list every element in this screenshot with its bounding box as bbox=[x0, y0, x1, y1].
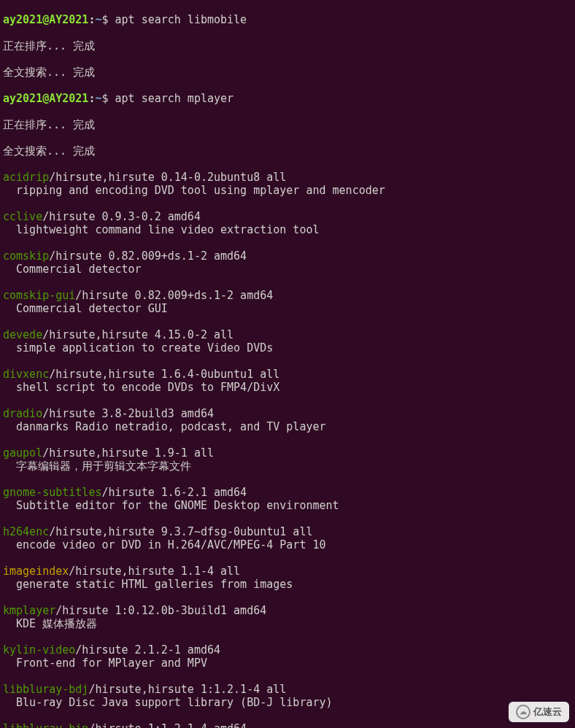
package-name: devede bbox=[3, 328, 42, 341]
blank-line bbox=[3, 551, 572, 565]
prompt-line-2: ay2021@AY2021:~$ apt search mplayer bbox=[3, 92, 572, 105]
status-sorting-1: 正在排序... 完成 bbox=[3, 39, 572, 53]
command-2: apt search mplayer bbox=[109, 92, 234, 105]
package-info: /hirsute 0.9.3-0.2 amd64 bbox=[42, 210, 201, 223]
blank-line bbox=[3, 394, 572, 407]
package-header: cclive/hirsute 0.9.3-0.2 amd64 bbox=[3, 210, 572, 223]
package-description: KDE 媒体播放器 bbox=[3, 617, 572, 630]
package-description: generate static HTML galleries from imag… bbox=[3, 578, 572, 591]
package-name: kylin-video bbox=[3, 643, 75, 657]
blank-line bbox=[3, 315, 572, 328]
status-fulltext-2: 全文搜索... 完成 bbox=[3, 144, 572, 158]
watermark: ☁ 亿速云 bbox=[509, 702, 569, 722]
blank-line bbox=[3, 670, 572, 683]
blank-line bbox=[3, 709, 572, 722]
package-info: /hirsute 1.6-2.1 amd64 bbox=[101, 486, 247, 499]
terminal-output[interactable]: ay2021@AY2021:~$ apt search libmobile 正在… bbox=[0, 0, 575, 728]
package-description: shell script to encode DVDs to FMP4/DivX bbox=[3, 381, 572, 394]
package-name: h264enc bbox=[3, 525, 49, 538]
package-name: acidrip bbox=[3, 171, 49, 184]
package-description: lightweight command line video extractio… bbox=[3, 223, 572, 236]
package-info: /hirsute 1:0.12.0b-3build1 amd64 bbox=[55, 604, 266, 617]
package-name: gaupol bbox=[3, 446, 42, 460]
command-1: apt search libmobile bbox=[109, 13, 247, 26]
package-name: cclive bbox=[3, 210, 42, 223]
dollar: $ bbox=[101, 13, 108, 26]
blank-line bbox=[3, 473, 572, 486]
package-description: Subtitle editor for the GNOME Desktop en… bbox=[3, 499, 572, 512]
package-list: acidrip/hirsute,hirsute 0.14-0.2ubuntu8 … bbox=[3, 171, 572, 728]
blank-line bbox=[3, 433, 572, 446]
package-name: comskip-gui bbox=[3, 289, 75, 302]
package-header: libbluray-bin/hirsute 1:1.2.1-4 amd64 bbox=[3, 722, 572, 728]
package-header: dradio/hirsute 3.8-2build3 amd64 bbox=[3, 407, 572, 420]
package-description: ripping and encoding DVD tool using mpla… bbox=[3, 184, 572, 197]
package-description: simple application to create Video DVDs bbox=[3, 341, 572, 355]
user-host: ay2021@AY2021 bbox=[3, 92, 88, 105]
package-header: imageindex/hirsute,hirsute 1.1-4 all bbox=[3, 565, 572, 578]
package-description: encode video or DVD in H.264/AVC/MPEG-4 … bbox=[3, 538, 572, 551]
package-info: /hirsute 0.82.009+ds.1-2 amd64 bbox=[75, 289, 273, 302]
blank-line bbox=[3, 630, 572, 643]
package-info: /hirsute,hirsute 1.1-4 all bbox=[69, 565, 240, 578]
package-name: kmplayer bbox=[3, 604, 55, 617]
package-description: Commercial detector GUI bbox=[3, 302, 572, 315]
package-info: /hirsute 2.1.2-1 amd64 bbox=[75, 643, 220, 657]
package-header: libbluray-bdj/hirsute,hirsute 1:1.2.1-4 … bbox=[3, 683, 572, 696]
package-header: h264enc/hirsute,hirsute 9.3.7~dfsg-0ubun… bbox=[3, 525, 572, 538]
package-description: Front-end for MPlayer and MPV bbox=[3, 657, 572, 670]
package-name: dradio bbox=[3, 407, 42, 420]
blank-line bbox=[3, 236, 572, 249]
status-fulltext-1: 全文搜索... 完成 bbox=[3, 66, 572, 79]
watermark-text: 亿速云 bbox=[533, 705, 562, 719]
status-sorting-2: 正在排序... 完成 bbox=[3, 118, 572, 131]
blank-line bbox=[3, 512, 572, 525]
package-header: comskip-gui/hirsute 0.82.009+ds.1-2 amd6… bbox=[3, 289, 572, 302]
package-name: libbluray-bdj bbox=[3, 683, 88, 696]
package-description: Commercial detector bbox=[3, 263, 572, 276]
package-info: /hirsute,hirsute 1.6.4-0ubuntu1 all bbox=[49, 368, 279, 381]
cloud-icon: ☁ bbox=[516, 705, 530, 719]
user-host: ay2021@AY2021 bbox=[3, 13, 88, 26]
package-info: /hirsute 3.8-2build3 amd64 bbox=[42, 407, 214, 420]
package-name: gnome-subtitles bbox=[3, 486, 101, 499]
package-name: imageindex bbox=[3, 565, 69, 578]
package-header: acidrip/hirsute,hirsute 0.14-0.2ubuntu8 … bbox=[3, 171, 572, 184]
blank-line bbox=[3, 276, 572, 289]
package-header: gnome-subtitles/hirsute 1.6-2.1 amd64 bbox=[3, 486, 572, 499]
blank-line bbox=[3, 197, 572, 210]
package-info: /hirsute,hirsute 4.15.0-2 all bbox=[42, 328, 234, 341]
package-info: /hirsute 1:1.2.1-4 amd64 bbox=[88, 722, 247, 728]
package-description: 字幕编辑器，用于剪辑文本字幕文件 bbox=[3, 460, 572, 473]
prompt-line-1: ay2021@AY2021:~$ apt search libmobile bbox=[3, 13, 572, 26]
package-name: libbluray-bin bbox=[3, 722, 88, 728]
package-description: danmarks Radio netradio, podcast, and TV… bbox=[3, 420, 572, 433]
package-info: /hirsute,hirsute 0.14-0.2ubuntu8 all bbox=[49, 171, 286, 184]
package-description: Blu-ray Disc Java support library (BD-J … bbox=[3, 696, 572, 709]
blank-line bbox=[3, 355, 572, 368]
blank-line bbox=[3, 591, 572, 604]
package-header: divxenc/hirsute,hirsute 1.6.4-0ubuntu1 a… bbox=[3, 368, 572, 381]
package-header: kylin-video/hirsute 2.1.2-1 amd64 bbox=[3, 643, 572, 657]
package-info: /hirsute 0.82.009+ds.1-2 amd64 bbox=[49, 249, 247, 263]
package-header: gaupol/hirsute,hirsute 1.9-1 all bbox=[3, 446, 572, 460]
package-name: divxenc bbox=[3, 368, 49, 381]
package-name: comskip bbox=[3, 249, 49, 263]
package-info: /hirsute,hirsute 9.3.7~dfsg-0ubuntu1 all bbox=[49, 525, 312, 538]
dollar: $ bbox=[101, 92, 108, 105]
package-info: /hirsute,hirsute 1:1.2.1-4 all bbox=[88, 683, 286, 696]
package-header: kmplayer/hirsute 1:0.12.0b-3build1 amd64 bbox=[3, 604, 572, 617]
package-info: /hirsute,hirsute 1.9-1 all bbox=[42, 446, 214, 460]
package-header: devede/hirsute,hirsute 4.15.0-2 all bbox=[3, 328, 572, 341]
package-header: comskip/hirsute 0.82.009+ds.1-2 amd64 bbox=[3, 249, 572, 263]
